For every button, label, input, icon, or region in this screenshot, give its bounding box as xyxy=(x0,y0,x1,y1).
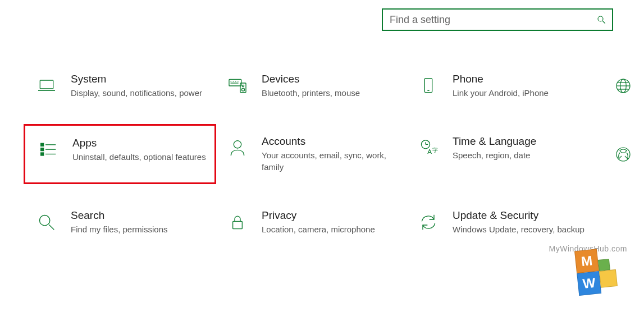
tile-title: Accounts xyxy=(262,135,399,148)
search-icon xyxy=(596,15,606,25)
keyboard-speaker-icon xyxy=(225,73,250,99)
tile-system[interactable]: System Display, sound, notifications, po… xyxy=(34,73,208,99)
tile-accounts[interactable]: Accounts Your accounts, email, sync, wor… xyxy=(225,135,399,173)
magnifier-icon xyxy=(34,209,60,235)
svg-rect-4 xyxy=(229,79,241,86)
tile-title: Phone xyxy=(453,73,590,85)
tile-title: Devices xyxy=(262,73,399,85)
network-internet-icon[interactable] xyxy=(606,73,640,99)
tile-title: Privacy xyxy=(262,209,399,222)
tile-title: Apps xyxy=(72,137,206,149)
lock-icon xyxy=(225,209,250,235)
svg-rect-22 xyxy=(41,153,44,155)
svg-point-0 xyxy=(598,16,603,21)
tile-time-language[interactable]: A字 Time & Language Speech, region, date xyxy=(415,135,590,173)
tile-desc: Windows Update, recovery, backup xyxy=(453,224,590,235)
tile-desc: Uninstall, defaults, optional features xyxy=(72,152,206,163)
sync-icon xyxy=(415,209,441,235)
tile-phone[interactable]: Phone Link your Android, iPhone xyxy=(415,73,590,99)
svg-point-12 xyxy=(242,88,245,91)
search-box[interactable] xyxy=(382,8,613,31)
svg-point-11 xyxy=(242,85,244,86)
tile-desc: Display, sound, notifications, power xyxy=(71,88,208,99)
watermark-logo: M W xyxy=(574,246,624,296)
apps-list-icon xyxy=(35,137,61,163)
svg-point-33 xyxy=(40,215,50,225)
search-input[interactable] xyxy=(389,13,596,26)
svg-line-34 xyxy=(49,225,54,230)
svg-rect-21 xyxy=(41,148,44,151)
phone-icon xyxy=(415,73,441,99)
tile-title: Search xyxy=(71,209,208,222)
gaming-icon[interactable] xyxy=(606,135,640,173)
laptop-icon xyxy=(34,73,60,99)
svg-line-1 xyxy=(602,21,605,24)
svg-text:字: 字 xyxy=(432,147,438,153)
tile-desc: Speech, region, date xyxy=(453,150,590,161)
svg-point-26 xyxy=(234,141,241,148)
tile-update-security[interactable]: Update & Security Windows Update, recove… xyxy=(415,209,590,235)
tile-devices[interactable]: Devices Bluetooth, printers, mouse xyxy=(225,73,399,99)
tile-title: Update & Security xyxy=(453,209,590,222)
tile-desc: Find my files, permissions xyxy=(71,224,208,235)
time-language-icon: A字 xyxy=(415,135,441,161)
tile-desc: Location, camera, microphone xyxy=(262,224,399,235)
tile-search[interactable]: Search Find my files, permissions xyxy=(34,209,208,235)
tile-desc: Your accounts, email, sync, work, family xyxy=(262,150,399,173)
tile-desc: Bluetooth, printers, mouse xyxy=(262,88,399,99)
watermark: MyWindowsHub.com M W xyxy=(577,249,622,294)
tile-title: System xyxy=(71,73,208,85)
tile-title: Time & Language xyxy=(453,135,590,148)
person-icon xyxy=(225,135,250,161)
svg-point-32 xyxy=(616,148,630,161)
svg-rect-20 xyxy=(41,144,44,146)
svg-text:A: A xyxy=(427,148,432,155)
extra-side-slot xyxy=(606,209,640,235)
tile-privacy[interactable]: Privacy Location, camera, microphone xyxy=(225,209,399,235)
settings-grid: System Display, sound, notifications, po… xyxy=(34,73,612,235)
svg-rect-35 xyxy=(233,221,243,228)
tile-apps[interactable]: Apps Uninstall, defaults, optional featu… xyxy=(24,124,216,184)
svg-rect-2 xyxy=(40,80,53,89)
tile-desc: Link your Android, iPhone xyxy=(453,88,590,99)
